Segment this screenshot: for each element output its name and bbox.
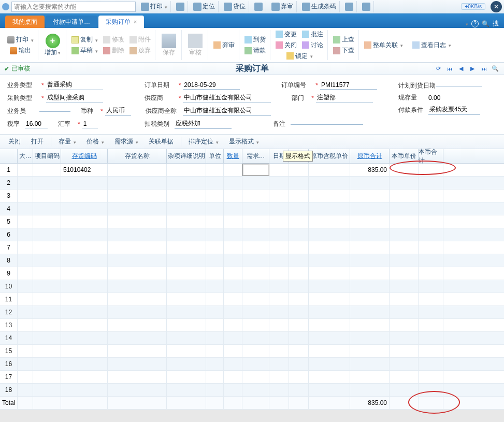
grid-cell[interactable] [61, 293, 108, 305]
grid-cell[interactable] [206, 371, 224, 383]
arrive-button[interactable]: 到货 [242, 34, 268, 45]
grid-cell[interactable] [309, 164, 350, 176]
grid-cell[interactable] [390, 190, 419, 202]
grid-cell[interactable] [108, 306, 167, 318]
grid-cell[interactable] [390, 384, 419, 396]
grid-cell[interactable]: 14 [0, 332, 18, 344]
grid-cell[interactable] [224, 358, 242, 370]
grid-cell[interactable] [390, 254, 419, 267]
grid-cell[interactable] [224, 267, 242, 280]
grid-cell[interactable] [289, 332, 309, 344]
grid-cell[interactable] [390, 280, 419, 293]
grid-cell[interactable] [269, 319, 289, 331]
table-row[interactable]: 2 [0, 177, 504, 190]
grid-cell[interactable] [242, 164, 269, 176]
grid-cell[interactable] [167, 228, 206, 241]
exrate-field[interactable]: 1 [82, 120, 98, 128]
grid-cell[interactable] [108, 345, 167, 357]
grid-cell[interactable] [206, 202, 224, 215]
grid-cell[interactable] [61, 228, 108, 241]
grid-cell[interactable] [224, 280, 242, 293]
grid-cell[interactable] [419, 177, 443, 189]
grid-open-button[interactable]: 打开 [28, 136, 47, 147]
grid-cell[interactable] [33, 254, 61, 267]
grid-cell[interactable] [33, 306, 61, 318]
next-record-button[interactable]: ▶ [468, 64, 477, 74]
grid-cell[interactable] [167, 293, 206, 305]
grid-cell[interactable] [206, 345, 224, 357]
view-log-button[interactable]: 查看日志 [410, 40, 453, 51]
table-row[interactable]: 18 [0, 384, 504, 397]
grid-cell[interactable] [419, 190, 443, 202]
grid-cell[interactable] [224, 319, 242, 331]
grid-cell[interactable] [18, 371, 33, 383]
grid-cell[interactable] [224, 332, 242, 344]
grid-cell[interactable] [61, 319, 108, 331]
grid-cell[interactable] [242, 190, 269, 202]
salesman-field[interactable] [39, 111, 70, 112]
save-button[interactable]: 保存 [159, 32, 179, 59]
grid-cell[interactable] [242, 306, 269, 318]
tab-purchase-order[interactable]: 采购订单× [98, 16, 144, 28]
pay-button[interactable]: 请款 [242, 45, 268, 56]
table-row[interactable]: 6 [0, 228, 504, 241]
grid-cell[interactable] [419, 358, 443, 370]
grid-cell[interactable] [309, 202, 350, 215]
remark-field[interactable] [291, 124, 363, 125]
grid-cell[interactable] [108, 228, 167, 241]
grid-cell[interactable] [108, 267, 167, 280]
grid-cell[interactable]: 835.00 [350, 164, 390, 176]
grid-cell[interactable] [242, 241, 269, 254]
grid-cell[interactable] [61, 215, 108, 228]
grid-cell[interactable] [289, 319, 309, 331]
grid-cell[interactable] [108, 280, 167, 293]
grid-stock-button[interactable]: 存量 [55, 136, 79, 147]
table-row[interactable]: 3 [0, 190, 504, 202]
vendor-full-field[interactable]: 中山市健雄五金有限公司 [183, 106, 271, 116]
grid-cell[interactable] [390, 215, 419, 228]
grid-cell[interactable] [33, 164, 61, 176]
table-row[interactable]: 5 [0, 215, 504, 228]
close-doc-button[interactable]: 关闭 [273, 40, 299, 51]
grid-relate-button[interactable]: 关联单据 [146, 136, 177, 147]
order-no-field[interactable]: PMI11577 [320, 81, 377, 90]
deduct-field[interactable]: 应税外加 [175, 119, 232, 129]
grid-cell[interactable] [61, 177, 108, 189]
grid-cell[interactable] [309, 228, 350, 241]
grid-cell[interactable] [108, 241, 167, 254]
grid-cell[interactable] [33, 371, 61, 383]
grid-cell[interactable] [309, 280, 350, 293]
grid-cell[interactable] [61, 345, 108, 357]
grid-cell[interactable] [206, 280, 224, 293]
grid-cell[interactable] [309, 254, 350, 267]
grid-cell[interactable] [33, 319, 61, 331]
grid-cell[interactable] [224, 371, 242, 383]
grid-display-button[interactable]: 显示格式 [226, 136, 262, 147]
grid-cell[interactable] [206, 215, 224, 228]
grid-cell[interactable] [33, 228, 61, 241]
grid-cell[interactable] [419, 332, 443, 344]
close-window-button[interactable]: ✕ [491, 1, 502, 12]
grid-cell[interactable] [33, 215, 61, 228]
grid-cell[interactable]: 10 [0, 280, 18, 293]
grid-cell[interactable] [33, 177, 61, 189]
grid-cell[interactable] [206, 306, 224, 318]
grid-cell[interactable]: 11 [0, 293, 18, 305]
grid-cell[interactable]: 9 [0, 267, 18, 280]
grid-cell[interactable] [18, 306, 33, 318]
grid-cell[interactable] [419, 319, 443, 331]
grid-cell[interactable] [269, 306, 289, 318]
grid-cell[interactable] [108, 384, 167, 396]
grid-cell[interactable] [242, 293, 269, 305]
grid-cell[interactable] [419, 384, 443, 396]
grid-cell[interactable] [33, 384, 61, 396]
grid-cell[interactable] [206, 293, 224, 305]
grid-cell[interactable] [242, 177, 269, 189]
grid-cell[interactable] [33, 267, 61, 280]
table-row[interactable]: 17 [0, 371, 504, 384]
grid-cell[interactable] [350, 241, 390, 254]
grid-cell[interactable] [419, 228, 443, 241]
reject-button[interactable]: 弃审 [211, 40, 237, 51]
grid-cell[interactable] [108, 358, 167, 370]
grid-cell[interactable]: 2 [0, 177, 18, 189]
